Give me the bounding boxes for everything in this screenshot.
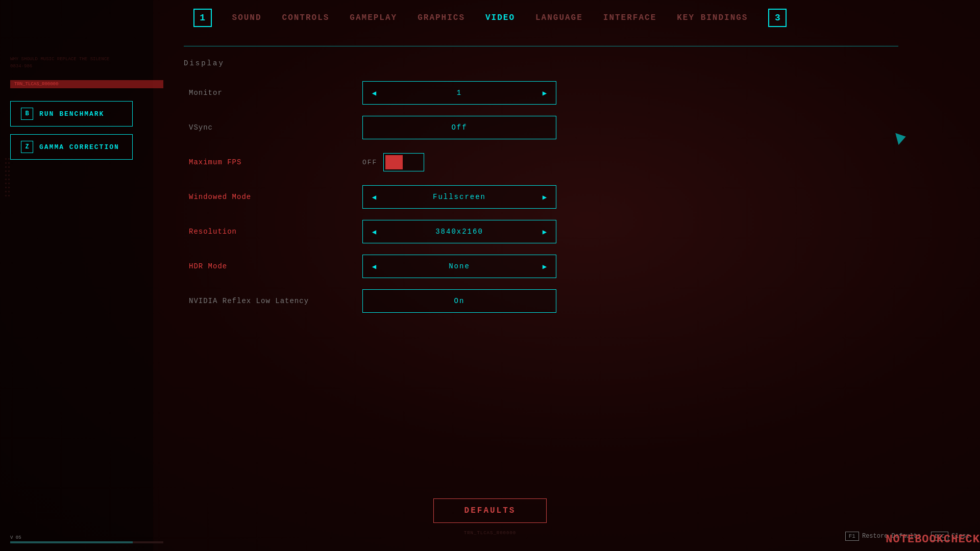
version-bar (10, 541, 163, 543)
watermark: NOTEBOOKCHECK (886, 533, 980, 546)
nav-item-video[interactable]: VIDEO (485, 13, 515, 22)
windowed-mode-row: Windowed Mode ◀ Fullscreen ▶ (189, 184, 893, 210)
run-benchmark-button[interactable]: B RUN BENCHMARK (10, 101, 133, 127)
hdr-mode-row: HDR Mode ◀ None ▶ (189, 254, 893, 279)
vsync-value-box[interactable]: Off (362, 116, 556, 139)
windowed-mode-arrow-right[interactable]: ▶ (533, 186, 556, 208)
vsync-row: VSync Off (189, 115, 893, 140)
maximum-fps-label: Maximum FPS (189, 158, 362, 166)
red-bar: TRN_TLCAS_R00000 (10, 80, 163, 88)
resolution-arrow-left[interactable]: ◀ (363, 220, 385, 243)
bottom-left-info: V 05 (10, 535, 163, 543)
nav-item-sound[interactable]: SOUND (232, 13, 262, 22)
nav-item-gameplay[interactable]: GAMEPLAY (350, 13, 397, 22)
resolution-control: ◀ 3840x2160 ▶ (362, 220, 556, 243)
nvidia-reflex-row: NVIDIA Reflex Low Latency On (189, 288, 893, 314)
nvidia-reflex-value-box[interactable]: On (362, 289, 556, 313)
resolution-value: 3840x2160 (385, 228, 533, 236)
nav-item-graphics[interactable]: GRAPHICS (418, 13, 465, 22)
fps-slider-thumb (385, 155, 403, 169)
section-divider (184, 46, 898, 46)
resolution-label: Resolution (189, 228, 362, 236)
nav-badge-right: 3 (768, 9, 787, 27)
restore-defaults-key: F1 (845, 532, 859, 541)
monitor-arrow-left[interactable]: ◀ (363, 82, 385, 104)
nvidia-reflex-value: On (454, 297, 465, 305)
monitor-label: Monitor (189, 89, 362, 97)
monitor-value: 1 (385, 89, 533, 97)
gamma-correction-button[interactable]: Z GAMMA CORRECTION (10, 134, 133, 160)
fps-control: OFF (362, 151, 556, 174)
windowed-mode-arrow-left[interactable]: ◀ (363, 186, 385, 208)
hdr-mode-control: ◀ None ▶ (362, 255, 556, 278)
nav-item-controls[interactable]: CONTROLS (282, 13, 330, 22)
gamma-correction-label: GAMMA CORRECTION (39, 143, 119, 151)
windowed-mode-value: Fullscreen (385, 193, 533, 201)
main-content: Display Monitor ◀ 1 ▶ VSync Off (184, 46, 898, 510)
version-bar-fill (10, 541, 133, 543)
hdr-mode-arrow-right[interactable]: ▶ (533, 255, 556, 278)
bottom-code: TRN_TLCAS_R00000 (464, 531, 516, 536)
maximum-fps-control: OFF (362, 151, 556, 174)
nvidia-reflex-control: On (362, 289, 556, 313)
nav-badge-left: 1 (193, 9, 212, 27)
windowed-mode-label: Windowed Mode (189, 193, 362, 201)
hdr-mode-selector[interactable]: ◀ None ▶ (362, 255, 556, 278)
run-benchmark-key: B (21, 108, 33, 120)
version-info: V 05 (10, 535, 163, 543)
resolution-row: Resolution ◀ 3840x2160 ▶ (189, 219, 893, 244)
version-label: V 05 (10, 535, 163, 540)
fps-toggle[interactable] (383, 153, 424, 171)
left-panel: WHY SHOULD MUSIC REPLACE THE SILENCE 083… (0, 0, 174, 551)
windowed-mode-selector[interactable]: ◀ Fullscreen ▶ (362, 185, 556, 209)
vsync-control: Off (362, 116, 556, 139)
monitor-row: Monitor ◀ 1 ▶ (189, 80, 893, 106)
decorative-grid (5, 158, 10, 196)
monitor-arrow-right[interactable]: ▶ (533, 82, 556, 104)
resolution-selector[interactable]: ◀ 3840x2160 ▶ (362, 220, 556, 243)
nav-item-key-bindings[interactable]: KEY BINDINGS (677, 13, 748, 22)
top-info-text: WHY SHOULD MUSIC REPLACE THE SILENCE 083… (10, 56, 163, 70)
windowed-mode-control: ◀ Fullscreen ▶ (362, 185, 556, 209)
hdr-mode-value: None (385, 262, 533, 270)
vsync-value: Off (451, 123, 467, 132)
nav-item-interface[interactable]: INTERFACE (603, 13, 656, 22)
defaults-button[interactable]: DEFAULTS (433, 498, 547, 523)
hdr-mode-arrow-left[interactable]: ◀ (363, 255, 385, 278)
maximum-fps-row: Maximum FPS OFF (189, 149, 893, 175)
monitor-selector[interactable]: ◀ 1 ▶ (362, 81, 556, 105)
hdr-mode-label: HDR Mode (189, 262, 362, 270)
fps-off-label: OFF (362, 159, 377, 166)
vsync-label: VSync (189, 123, 362, 132)
gamma-correction-key: Z (21, 141, 33, 153)
run-benchmark-label: RUN BENCHMARK (39, 110, 104, 118)
resolution-arrow-right[interactable]: ▶ (533, 220, 556, 243)
section-title: Display (184, 59, 898, 67)
nav-item-language[interactable]: LANGUAGE (535, 13, 583, 22)
nvidia-reflex-label: NVIDIA Reflex Low Latency (189, 297, 362, 305)
monitor-control: ◀ 1 ▶ (362, 81, 556, 105)
bottom-section: DEFAULTS TRN_TLCAS_R00000 (0, 498, 980, 536)
settings-area: Monitor ◀ 1 ▶ VSync Off Maximum FPS (184, 80, 898, 314)
